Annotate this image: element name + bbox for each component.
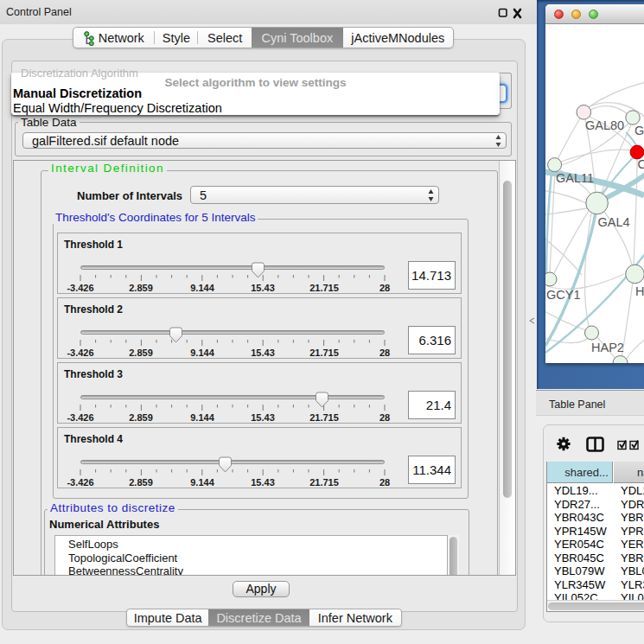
svg-text:C: C bbox=[638, 157, 644, 171]
svg-text:GCY1: GCY1 bbox=[546, 288, 581, 302]
svg-text:GAL4: GAL4 bbox=[598, 215, 630, 229]
svg-text:GAL80: GAL80 bbox=[585, 118, 624, 132]
svg-text:GA: GA bbox=[634, 124, 644, 137]
svg-text:HAP2: HAP2 bbox=[591, 341, 624, 354]
svg-text:H: H bbox=[635, 284, 644, 298]
svg-text:GAL11: GAL11 bbox=[556, 171, 594, 185]
